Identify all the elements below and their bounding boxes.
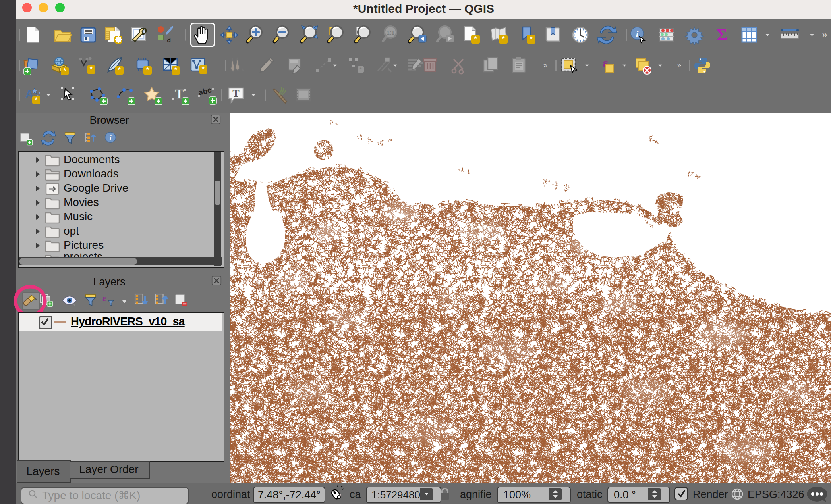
svg-text:*: * xyxy=(146,65,149,74)
svg-text:»: » xyxy=(677,61,681,69)
svg-text:i: i xyxy=(109,133,112,142)
svg-text:»: » xyxy=(543,61,547,69)
svg-text:»: » xyxy=(822,29,827,40)
svg-text:*: * xyxy=(202,65,205,73)
svg-text:T: T xyxy=(232,88,239,99)
svg-text:abc: abc xyxy=(198,86,213,97)
svg-text:*: * xyxy=(530,34,533,43)
svg-text:i: i xyxy=(636,29,639,39)
svg-text:ε: ε xyxy=(102,293,106,303)
svg-text:*: * xyxy=(502,34,505,43)
svg-text:*: * xyxy=(174,65,178,74)
svg-text:a: a xyxy=(167,34,171,44)
svg-text:*: * xyxy=(35,96,38,104)
svg-text:1:1: 1:1 xyxy=(387,29,394,36)
svg-text:*: * xyxy=(118,65,121,74)
svg-text:*: * xyxy=(90,65,93,73)
svg-text:*: * xyxy=(359,66,362,73)
svg-text:*: * xyxy=(63,67,66,75)
svg-text:Σ: Σ xyxy=(717,26,727,44)
svg-text:*: * xyxy=(474,34,477,43)
